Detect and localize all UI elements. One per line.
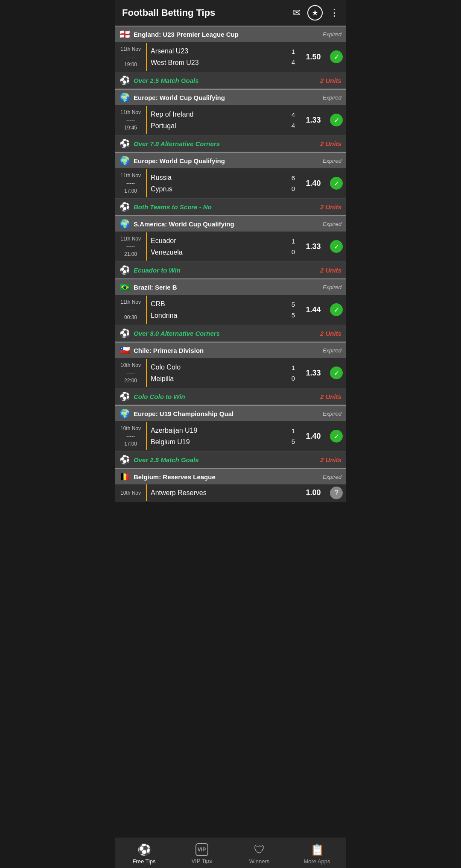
match-result-8: ? [327,487,346,499]
league-row-8: 🇧🇪 Belgium: Reserves League Expired [115,468,346,484]
expired-8: Expired [323,474,341,480]
expired-7: Expired [323,411,341,417]
tip-row-3: ⚽ Both Teams to Score - No 2 Units [115,199,346,215]
match-teams-8: Antwerp Reserves [146,484,287,501]
flag-8: 🇧🇪 [120,472,130,482]
flag-2: 🌍 [120,92,130,103]
league-name-8: Belgium: Reserves League [134,473,216,481]
match-row-3: 11th Nov-----17:00 Russia Cyprus 6 0 1.4… [115,168,346,199]
soccer-ball-2: ⚽ [120,138,130,149]
match-score-5: 5 5 [287,296,300,323]
tip-row-4: ⚽ Ecuador to Win 2 Units [115,262,346,279]
match-score-4: 1 0 [287,233,300,260]
match-teams-1: Arsenal U23 West Brom U23 [146,43,287,71]
match-score-7: 1 5 [287,423,300,450]
match-score-1: 1 4 [287,44,300,70]
league-name-1: England: U23 Premier League Cup [134,31,239,38]
expired-6: Expired [323,347,341,354]
match-row-4: 11th Nov-----21:00 Ecuador Venezuela 1 0… [115,232,346,262]
match-date-4: 11th Nov-----21:00 [115,232,146,261]
flag-7: 🌍 [120,408,130,419]
match-score-8 [287,490,300,496]
league-name-7: Europe: U19 Championship Qual [134,410,233,417]
tip-text-4: Ecuador to Win [134,267,181,274]
soccer-ball-7: ⚽ [120,455,130,465]
match-result-3: ✓ [327,177,346,190]
match-odds-8: 1.00 [300,488,327,497]
league-row-4: 🌍 S.America: World Cup Qualifying Expire… [115,215,346,232]
match-date-7: 10th Nov-----17:00 [115,421,146,451]
tip-units-1: 2 Units [320,77,341,84]
soccer-ball-1: ⚽ [120,75,130,85]
more-icon[interactable]: ⋮ [330,7,339,18]
match-odds-6: 1.33 [300,369,327,378]
tip-units-2: 2 Units [320,140,341,147]
expired-2: Expired [323,94,341,101]
league-row-7: 🌍 Europe: U19 Championship Qual Expired [115,405,346,421]
match-odds-7: 1.40 [300,432,327,441]
expired-1: Expired [323,31,341,38]
league-name-6: Chile: Primera Division [134,347,204,354]
league-row-6: 🇨🇱 Chile: Primera Division Expired [115,342,346,358]
match-teams-5: CRB Londrina [146,296,287,324]
expired-3: Expired [323,158,341,164]
soccer-ball-4: ⚽ [120,265,130,275]
tip-text-5: Over 8.0 Alternative Corners [134,330,220,337]
match-date-6: 10th Nov-----22:00 [115,358,146,388]
content-area: 🏴󠁧󠁢󠁥󠁮󠁧󠁿 England: U23 Premier League Cup … [115,26,346,536]
tip-row-6: ⚽ Colo Colo to Win 2 Units [115,388,346,405]
mail-icon[interactable]: ✉ [293,7,301,18]
league-row-2: 🌍 Europe: World Cup Qualifying Expired [115,89,346,105]
app-header: Football Betting Tips ✉ ★ ⋮ [115,0,346,26]
match-row-8: 10th Nov Antwerp Reserves 1.00 ? [115,484,346,501]
match-teams-7: Azerbaijan U19 Belgium U19 [146,422,287,450]
league-name-3: Europe: World Cup Qualifying [134,157,225,164]
tip-units-3: 2 Units [320,203,341,211]
flag-5: 🇧🇷 [120,282,130,292]
match-date-5: 11th Nov-----00:30 [115,295,146,325]
match-odds-2: 1.33 [300,116,327,125]
tip-units-5: 2 Units [320,330,341,337]
tip-text-7: Over 2.5 Match Goals [134,456,199,463]
tip-row-1: ⚽ Over 2.5 Match Goals 2 Units [115,72,346,89]
flag-4: 🌍 [120,219,130,229]
match-date-8: 10th Nov [115,486,146,500]
league-name-5: Brazil: Serie B [134,284,177,291]
league-row-3: 🌍 Europe: World Cup Qualifying Expired [115,152,346,168]
tip-text-6: Colo Colo to Win [134,393,185,400]
match-row-5: 11th Nov-----00:30 CRB Londrina 5 5 1.44… [115,295,346,325]
match-row-7: 10th Nov-----17:00 Azerbaijan U19 Belgiu… [115,421,346,452]
league-name-2: Europe: World Cup Qualifying [134,94,225,101]
match-result-2: ✓ [327,114,346,126]
tip-row-5: ⚽ Over 8.0 Alternative Corners 2 Units [115,325,346,342]
tip-row-7: ⚽ Over 2.5 Match Goals 2 Units [115,452,346,468]
match-teams-6: Colo Colo Meipilla [146,359,287,387]
match-teams-2: Rep of Ireland Portugal [146,106,287,134]
match-row-1: 11th Nov-----19:00 Arsenal U23 West Brom… [115,42,346,72]
match-date-3: 11th Nov-----17:00 [115,168,146,198]
match-date-1: 11th Nov-----19:00 [115,42,146,72]
tip-units-6: 2 Units [320,393,341,400]
match-odds-4: 1.33 [300,242,327,251]
tip-units-4: 2 Units [320,267,341,274]
match-score-3: 6 0 [287,170,300,197]
flag-6: 🇨🇱 [120,345,130,355]
match-teams-4: Ecuador Venezuela [146,232,287,261]
match-row-2: 11th Nov-----19:45 Rep of Ireland Portug… [115,105,346,135]
soccer-ball-6: ⚽ [120,391,130,402]
match-score-2: 4 4 [287,107,300,134]
star-icon[interactable]: ★ [307,5,323,21]
match-teams-3: Russia Cyprus [146,169,287,197]
tip-text-2: Over 7.0 Alternative Corners [134,140,220,147]
app-title: Football Betting Tips [122,7,215,18]
match-result-6: ✓ [327,367,346,379]
league-row-1: 🏴󠁧󠁢󠁥󠁮󠁧󠁿 England: U23 Premier League Cup … [115,26,346,42]
flag-1: 🏴󠁧󠁢󠁥󠁮󠁧󠁿 [120,29,130,39]
league-row-5: 🇧🇷 Brazil: Serie B Expired [115,279,346,295]
tip-units-7: 2 Units [320,456,341,463]
flag-3: 🌍 [120,155,130,166]
tip-row-2: ⚽ Over 7.0 Alternative Corners 2 Units [115,135,346,152]
match-odds-3: 1.40 [300,179,327,188]
match-row-6: 10th Nov-----22:00 Colo Colo Meipilla 1 … [115,358,346,388]
match-result-5: ✓ [327,303,346,316]
